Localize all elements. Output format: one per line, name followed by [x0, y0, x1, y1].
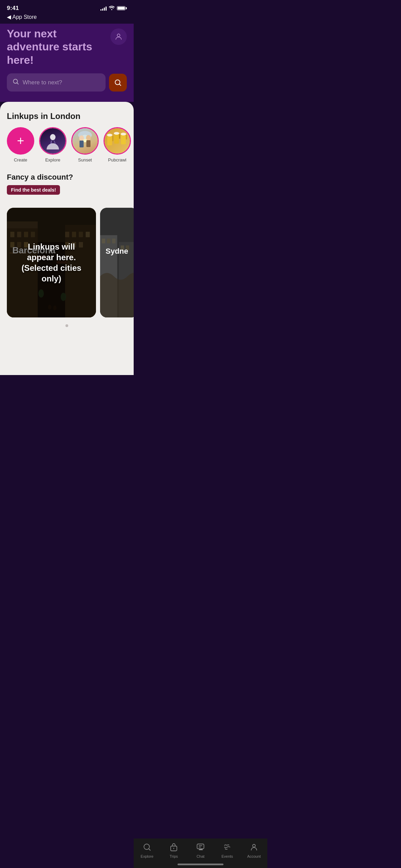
wifi-icon — [109, 5, 115, 11]
cities-row: Barcelona Linkups will appear here.(Sele… — [0, 208, 134, 317]
pagination-dot — [65, 324, 68, 327]
circle-explore[interactable] — [39, 127, 66, 155]
svg-rect-14 — [107, 136, 112, 145]
svg-point-5 — [50, 134, 56, 140]
svg-rect-59 — [112, 239, 116, 243]
app-store-back[interactable]: ◀ App Store — [0, 14, 134, 24]
status-bar: 9:41 — [0, 0, 134, 14]
sydney-bg: Sydne — [100, 208, 134, 317]
status-time: 9:41 — [7, 5, 19, 12]
svg-rect-16 — [114, 134, 119, 144]
battery-icon — [117, 6, 127, 10]
circle-label-create: Create — [14, 157, 27, 162]
svg-point-21 — [114, 132, 119, 135]
svg-rect-13 — [86, 140, 90, 147]
svg-rect-19 — [126, 135, 127, 140]
svg-line-4 — [119, 84, 121, 86]
circle-label-explore: Explore — [45, 157, 60, 162]
circle-create[interactable]: + — [7, 127, 34, 155]
city-card-sydney[interactable]: Sydne — [100, 208, 134, 317]
circle-sunset[interactable] — [71, 127, 99, 155]
header-top: Your next adventure starts here! — [7, 27, 127, 67]
svg-point-12 — [86, 135, 91, 141]
overlay-text: Linkups will appear here.(Selected citie… — [14, 241, 89, 284]
search-bar[interactable]: Where to next? — [7, 73, 106, 92]
circle-pubcrawl[interactable] — [104, 127, 131, 155]
svg-rect-18 — [121, 135, 126, 144]
signal-icon — [100, 6, 107, 11]
circle-label-pubcrawl: Pubcrawl — [108, 157, 126, 162]
pagination — [0, 324, 134, 327]
discount-badge[interactable]: Find the best deals! — [7, 185, 60, 195]
search-placeholder: Where to next? — [23, 79, 62, 86]
main-content: Linkups in London + Create — [0, 102, 134, 375]
svg-rect-11 — [80, 141, 84, 147]
status-icons — [100, 5, 127, 11]
plus-icon: + — [17, 135, 24, 147]
svg-line-2 — [17, 83, 19, 85]
search-button[interactable] — [109, 74, 127, 92]
app-store-label: App Store — [12, 14, 37, 20]
overlay-message: Linkups will appear here.(Selected citie… — [7, 208, 96, 317]
avatar-button[interactable] — [110, 28, 127, 45]
header-section: Your next adventure starts here! Where t… — [0, 24, 134, 102]
sydney-city-name: Sydne — [106, 247, 128, 256]
svg-rect-15 — [112, 136, 113, 141]
svg-rect-17 — [119, 134, 120, 139]
city-card-barcelona[interactable]: Barcelona Linkups will appear here.(Sele… — [7, 208, 96, 317]
linkups-section-title: Linkups in London — [0, 111, 134, 121]
circles-row: + Create Explore — [0, 127, 134, 162]
search-icon-left — [12, 78, 19, 87]
svg-point-22 — [121, 133, 126, 135]
header-title: Your next adventure starts here! — [7, 27, 107, 67]
circle-label-sunset: Sunset — [78, 157, 92, 162]
circle-item-explore[interactable]: Explore — [39, 127, 66, 162]
svg-rect-57 — [102, 239, 105, 243]
svg-point-3 — [115, 80, 120, 85]
circle-item-sunset[interactable]: Sunset — [71, 127, 99, 162]
svg-point-20 — [107, 134, 112, 136]
search-container: Where to next? — [7, 73, 127, 92]
svg-point-1 — [13, 79, 17, 83]
circle-item-pubcrawl[interactable]: Pubcrawl — [104, 127, 131, 162]
svg-rect-58 — [107, 239, 110, 243]
discount-title: Fancy a discount? — [7, 173, 127, 182]
svg-point-0 — [117, 34, 120, 37]
svg-point-10 — [79, 135, 84, 141]
discount-section: Fancy a discount? Find the best deals! — [0, 173, 134, 201]
circle-item-create[interactable]: + Create — [7, 127, 34, 162]
